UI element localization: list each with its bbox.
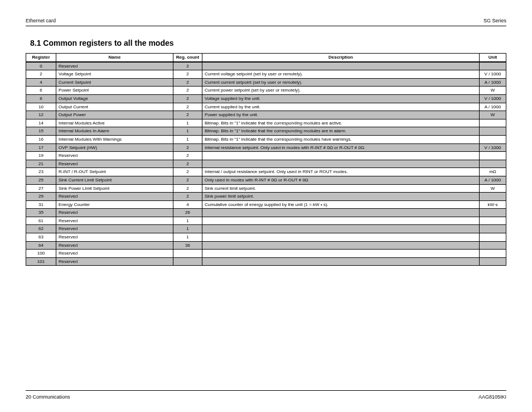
cell-register: 63 <box>26 233 56 242</box>
table-row: 21Reserved2 <box>26 160 506 168</box>
cell-count: 2 <box>173 78 202 87</box>
cell-name: R-INT / R-OUT Setpoint <box>56 168 173 176</box>
cell-unit <box>480 257 506 266</box>
cell-desc: Internal resistance setpoint. Only used … <box>202 143 480 152</box>
table-row: 4Current Setpoint2Current current setpoi… <box>26 78 506 87</box>
cell-count: 4 <box>173 200 202 209</box>
col-count: Reg. count <box>173 54 202 62</box>
cell-name: Sink Current Limit Setpoint <box>56 176 173 184</box>
cell-desc <box>202 257 480 266</box>
cell-register: 10 <box>26 103 56 111</box>
table-row: 19Reserved2 <box>26 152 506 160</box>
cell-name: Output Current <box>56 103 173 111</box>
cell-unit: A / 1000 <box>480 176 506 184</box>
cell-register: 100 <box>26 250 56 258</box>
cell-unit <box>480 127 506 136</box>
table-row: 100Reserved <box>26 250 506 258</box>
cell-desc: Power supplied by the unit. <box>202 111 480 119</box>
cell-desc <box>202 233 480 242</box>
cell-name: Reserved <box>56 209 173 217</box>
cell-desc: Cumulative counter of energy supplied by… <box>202 200 480 209</box>
cell-name: Reserved <box>56 241 173 250</box>
cell-desc: Sink power limit setpoint. <box>202 193 480 201</box>
cell-count: 2 <box>173 111 202 119</box>
cell-name: Reserved <box>56 152 173 160</box>
cell-count: 2 <box>173 176 202 184</box>
cell-desc: Bitmap. Bits in "1" indicate that the co… <box>202 127 480 136</box>
cell-register: 31 <box>26 200 56 209</box>
table-row: 17OVP Setpoint (HW)2Internal resistance … <box>26 143 506 152</box>
cell-unit <box>480 160 506 168</box>
table-row: 29Reserved2Sink power limit setpoint. <box>26 193 506 201</box>
cell-count: 26 <box>173 209 202 217</box>
running-head: Ethernet card SG Series <box>26 18 506 26</box>
cell-desc <box>202 152 480 160</box>
cell-name: Internal Modules In Alarm <box>56 127 173 136</box>
cell-unit <box>480 250 506 258</box>
footer: 20 Communications AAG8105IKI <box>26 390 506 400</box>
cell-name: Output Power <box>56 111 173 119</box>
cell-unit: A / 1000 <box>480 103 506 111</box>
cell-desc <box>202 217 480 225</box>
cell-desc: Voltage supplied by the unit. <box>202 94 480 103</box>
cell-register: 0 <box>26 62 56 70</box>
cell-name: Reserved <box>56 193 173 201</box>
cell-register: 17 <box>26 143 56 152</box>
cell-count <box>173 250 202 258</box>
cell-count: 1 <box>173 225 202 233</box>
table-row: 35Reserved26 <box>26 209 506 217</box>
cell-count: 1 <box>173 135 202 143</box>
cell-count: 2 <box>173 168 202 176</box>
cell-unit <box>480 135 506 143</box>
table-row: 0Reserved2 <box>26 62 506 70</box>
cell-count: 2 <box>173 70 202 79</box>
cell-register: 4 <box>26 78 56 87</box>
col-name: Name <box>56 54 173 62</box>
runhead-left: Ethernet card <box>26 18 56 23</box>
runhead-right: SG Series <box>483 18 506 23</box>
cell-register: 15 <box>26 127 56 136</box>
cell-count: 2 <box>173 94 202 103</box>
cell-desc <box>202 209 480 217</box>
cell-count: 1 <box>173 127 202 136</box>
table-header-row: Register Name Reg. count Description Uni… <box>26 54 506 62</box>
cell-unit <box>480 217 506 225</box>
cell-unit <box>480 119 506 127</box>
cell-register: 16 <box>26 135 56 143</box>
cell-count: 2 <box>173 103 202 111</box>
table-row: 63Reserved1 <box>26 233 506 242</box>
table-row: 23R-INT / R-OUT Setpoint2Internal / outp… <box>26 168 506 176</box>
table-row: 25Sink Current Limit Setpoint2Only used … <box>26 176 506 184</box>
cell-desc <box>202 241 480 250</box>
cell-register: 62 <box>26 225 56 233</box>
cell-name: Reserved <box>56 217 173 225</box>
cell-unit: W <box>480 184 506 193</box>
cell-unit <box>480 225 506 233</box>
col-unit: Unit <box>480 54 506 62</box>
cell-register: 8 <box>26 94 56 103</box>
cell-name: Voltage Setpoint <box>56 70 173 79</box>
cell-name: OVP Setpoint (HW) <box>56 143 173 152</box>
cell-name: Reserved <box>56 257 173 266</box>
cell-desc <box>202 225 480 233</box>
table-row: 10Output Current2Current supplied by the… <box>26 103 506 111</box>
cell-desc: Current current setpoint (set by user or… <box>202 78 480 87</box>
cell-register: 64 <box>26 241 56 250</box>
cell-unit: V / 1000 <box>480 94 506 103</box>
cell-count: 2 <box>173 160 202 168</box>
cell-register: 61 <box>26 217 56 225</box>
footer-right: AAG8105IKI <box>478 394 506 400</box>
table-row: 16Internal Modules With Warnings1Bitmap.… <box>26 135 506 143</box>
cell-count: 2 <box>173 62 202 70</box>
cell-unit: kW·s <box>480 200 506 209</box>
cell-desc: Internal / output resistance setpoint. O… <box>202 168 480 176</box>
registers-table: Register Name Reg. count Description Uni… <box>26 53 506 266</box>
cell-unit <box>480 193 506 201</box>
cell-name: Reserved <box>56 233 173 242</box>
table-row: 64Reserved36 <box>26 241 506 250</box>
cell-count: 1 <box>173 119 202 127</box>
table-row: 31Energy Counter4Cumulative counter of e… <box>26 200 506 209</box>
table-row: 8Output Voltage2Voltage supplied by the … <box>26 94 506 103</box>
cell-name: Power Setpoint <box>56 87 173 95</box>
table-row: 6Power Setpoint2Current power setpoint (… <box>26 87 506 95</box>
